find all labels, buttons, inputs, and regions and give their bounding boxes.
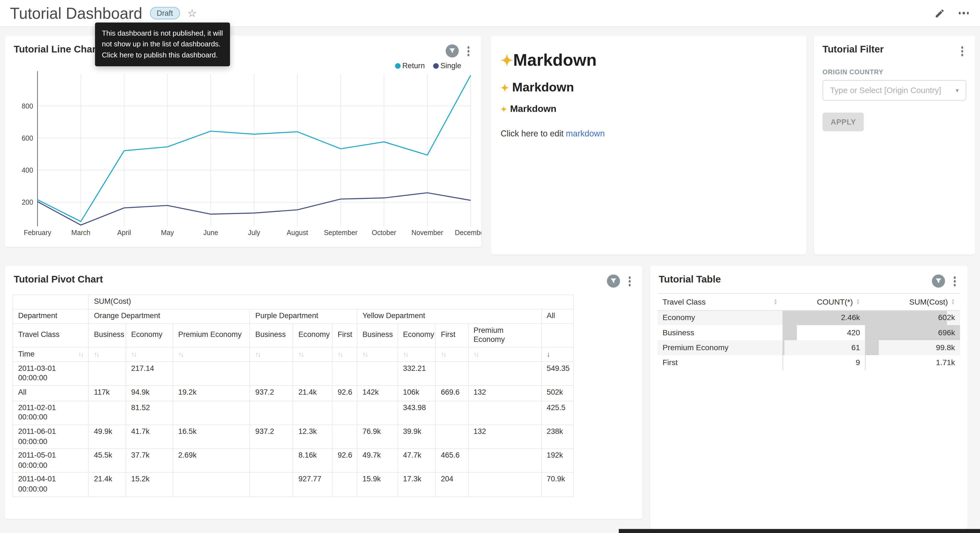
pivot-cell: [357, 362, 398, 385]
filter-circle-icon[interactable]: [932, 275, 945, 288]
cell-bar: [865, 355, 865, 370]
pivot-sort-column[interactable]: ↑↓: [173, 347, 250, 362]
pivot-sort-column[interactable]: ↑↓: [293, 347, 332, 362]
markdown-heading-1: ✦Markdown: [501, 51, 796, 70]
pivot-cell: 17.3k: [398, 473, 435, 496]
pivot-cell: [332, 425, 357, 449]
pivot-cell: [357, 401, 398, 425]
pivot-header-cell: First: [436, 323, 468, 347]
pivot-sort-row-header[interactable]: Time↑↓: [13, 347, 89, 362]
pivot-header-cell: First: [332, 323, 357, 347]
table-row: Business420696k: [657, 325, 960, 340]
edit-dashboard-icon[interactable]: [934, 8, 945, 18]
table-column-header[interactable]: Travel Class▲▼: [657, 293, 783, 310]
origin-country-label: ORIGIN COUNTRY: [822, 68, 966, 75]
pivot-sort-column[interactable]: ↑↓: [436, 347, 468, 362]
pivot-sort-column[interactable]: ↑↓: [89, 347, 126, 362]
publish-tooltip[interactable]: This dashboard is not published, it will…: [95, 22, 230, 66]
kebab-menu-icon[interactable]: [464, 45, 473, 58]
pivot-cell: 669.6: [436, 386, 468, 401]
pivot-row: 2011-05-01 00:00:0045.5k37.7k2.69k8.16k9…: [13, 449, 573, 472]
pivot-table-body: 2011-03-01 00:00:00217.14332.21549.35All…: [13, 362, 573, 496]
svg-text:December: December: [455, 229, 481, 236]
pivot-cell: 8.16k: [293, 449, 332, 472]
pivot-sort-column[interactable]: ↑↓: [250, 347, 293, 362]
pivot-sort-column[interactable]: ↑↓: [398, 347, 435, 362]
pivot-cell: [250, 401, 293, 425]
sort-carets-icon: ▲▼: [951, 299, 955, 304]
table-column-header[interactable]: COUNT(*)▲▼: [783, 293, 865, 310]
table-cell-sum: 99.8k: [865, 340, 960, 355]
dashboard-viewport: Tutorial Dashboard Draft ☆ This dashboar…: [0, 0, 980, 533]
pivot-cell: 49.9k: [89, 425, 126, 449]
markdown-link[interactable]: markdown: [566, 129, 605, 138]
apply-button[interactable]: APPLY: [822, 112, 864, 131]
svg-text:July: July: [248, 229, 260, 236]
legend-label: Single: [440, 61, 461, 70]
table-cell-sum-value: 1.71k: [936, 358, 955, 367]
filter-circle-icon[interactable]: [606, 275, 620, 288]
sort-arrows-icon: ↑↓: [78, 350, 83, 358]
cell-bar: [865, 310, 947, 325]
kebab-menu-icon[interactable]: [958, 45, 966, 58]
pivot-header-cell: Purple Department: [250, 309, 357, 323]
bottom-window-edge: [619, 528, 980, 533]
svg-text:800: 800: [22, 102, 33, 110]
pivot-cell: 117k: [89, 386, 126, 401]
favorite-star-icon[interactable]: ☆: [188, 8, 197, 18]
pivot-cell: [332, 473, 357, 496]
pivot-header-cell: Business: [89, 323, 126, 347]
sort-carets-icon: ▲▼: [856, 299, 860, 304]
table-cell-count: 9: [783, 355, 865, 370]
filter-circle-icon[interactable]: [445, 45, 458, 58]
pivot-header-cell: Business: [250, 323, 293, 347]
pivot-cell: 502k: [541, 386, 573, 401]
pivot-row-header: 2011-04-01 00:00:00: [13, 473, 89, 496]
legend-dot-icon: [395, 63, 400, 69]
table-cell-count-value: 420: [847, 328, 860, 337]
pivot-cell: 132: [468, 425, 541, 449]
pivot-header-cell: [13, 294, 89, 309]
pivot-row-header: 2011-03-01 00:00:00: [13, 362, 89, 385]
pivot-header-cell: Yellow Department: [357, 309, 541, 323]
pivot-cell: 332.21: [398, 362, 435, 385]
pivot-cell: [468, 449, 541, 472]
pivot-header-cell: Department: [13, 309, 89, 323]
pivot-cell: 132: [468, 386, 541, 401]
table-column-header[interactable]: SUM(Cost)▲▼: [865, 293, 960, 310]
draft-status-badge[interactable]: Draft: [150, 7, 180, 19]
pivot-sort-column[interactable]: ↓: [541, 347, 573, 362]
kebab-menu-icon[interactable]: [950, 274, 959, 288]
origin-country-select[interactable]: Type or Select [Origin Country] ▾: [822, 80, 966, 101]
pivot-cell: 37.7k: [126, 449, 173, 472]
pivot-header-cell: Travel Class: [13, 323, 89, 347]
kebab-menu-icon[interactable]: [625, 274, 634, 288]
legend-item[interactable]: Single: [433, 61, 461, 70]
svg-text:400: 400: [22, 166, 33, 174]
pivot-sort-column[interactable]: ↑↓: [468, 347, 541, 362]
pivot-cell: [173, 401, 250, 425]
pivot-sort-column[interactable]: ↑↓: [126, 347, 173, 362]
cell-bar: [783, 355, 783, 370]
pivot-cell: [173, 362, 250, 385]
pivot-cell: 238k: [541, 425, 573, 449]
pivot-cell: [436, 425, 468, 449]
pivot-header-cell: [541, 323, 573, 347]
legend-item[interactable]: Return: [395, 61, 425, 70]
pivot-cell: 937.2: [250, 386, 293, 401]
pivot-row: 2011-06-01 00:00:0049.9k41.7k16.5k937.21…: [13, 425, 573, 449]
pivot-cell: [332, 401, 357, 425]
pivot-cell: 217.14: [126, 362, 173, 385]
pivot-sort-column[interactable]: ↑↓: [332, 347, 357, 362]
pivot-cell: [436, 362, 468, 385]
pivot-cell: 2.69k: [173, 449, 250, 472]
sort-arrows-icon: ↑↓: [441, 351, 446, 357]
markdown-paragraph: Click here to edit markdown: [501, 129, 796, 138]
sort-arrows-icon: ↑↓: [337, 351, 343, 357]
pivot-sort-column[interactable]: ↑↓: [357, 347, 398, 362]
more-actions-icon[interactable]: [957, 8, 970, 18]
table-cell-travel-class: Business: [657, 325, 783, 340]
pivot-cell: 425.5: [541, 401, 573, 425]
svg-text:200: 200: [22, 198, 33, 206]
table-cell-travel-class: Premium Economy: [657, 340, 783, 355]
